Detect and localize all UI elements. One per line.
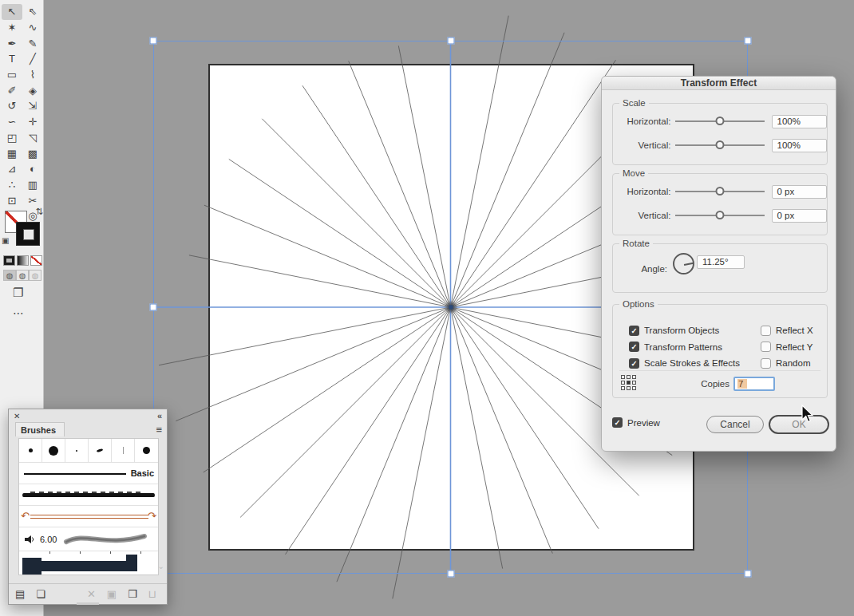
direct-selection-tool[interactable]: ⇖ (22, 4, 43, 20)
gradient-button[interactable] (17, 255, 29, 266)
selection-handle[interactable] (150, 38, 157, 45)
copies-input[interactable]: 7 (733, 377, 775, 391)
angle-input[interactable]: 11.25° (697, 255, 745, 269)
eyedropper-tool[interactable]: ⊿ (2, 161, 22, 177)
gradient-tool[interactable]: ▩ (22, 145, 43, 161)
transform-patterns-checkbox[interactable]: ✓ (629, 342, 639, 352)
none-button[interactable] (30, 255, 42, 266)
decorative-arrow-brush-row[interactable]: ↶ ↷ (19, 506, 158, 527)
basic-brush-row[interactable]: Basic (19, 463, 158, 484)
brushes-panel-footer: ▤❏✕▣❒⊔ (9, 583, 167, 604)
panel-menu-icon[interactable]: ≡ (156, 424, 162, 436)
screen-mode-icon[interactable]: ❐ (13, 286, 23, 300)
pen-tool[interactable]: ✒ (2, 35, 22, 51)
preview-checkbox[interactable]: ✓ (612, 417, 623, 428)
brush-libraries-icon[interactable]: ▤ (15, 588, 25, 600)
transform-patterns-control[interactable]: ✓Transform Patterns (629, 339, 740, 356)
selection-tool[interactable]: ↖ (2, 4, 22, 20)
slider-knob[interactable] (715, 116, 724, 125)
transform-objects-control[interactable]: ✓Transform Objects (629, 322, 740, 339)
paintbrush-tool[interactable]: ⌇ (22, 67, 43, 83)
draw-normal-mode-icon[interactable]: ◍ (3, 270, 16, 281)
cancel-button[interactable]: Cancel (706, 416, 764, 433)
selection-handle[interactable] (745, 571, 752, 578)
swap-fill-stroke-icon[interactable]: ⇄ (34, 207, 45, 215)
transform-objects-checkbox[interactable]: ✓ (629, 326, 639, 336)
slider-knob[interactable] (715, 140, 724, 149)
scale-tool[interactable]: ⇲ (22, 98, 43, 114)
rotate-tool[interactable]: ↺ (2, 98, 22, 114)
selection-handle[interactable] (745, 38, 752, 45)
scale-horizontal-slider[interactable] (675, 116, 764, 127)
calligraphic-brush-6[interactable] (135, 439, 158, 462)
move-horizontal-slider[interactable] (675, 186, 764, 197)
slider-knob[interactable] (715, 187, 724, 195)
draw-behind-mode-icon[interactable]: ◍ (16, 270, 29, 281)
angle-dial[interactable] (673, 253, 694, 274)
default-fill-stroke-icon[interactable]: ▣ (2, 236, 9, 245)
new-brush-icon[interactable]: ❒ (128, 588, 137, 600)
scale-horizontal-input[interactable]: 100% (772, 115, 828, 128)
reflect-x-checkbox[interactable] (761, 326, 771, 336)
magic-wand-tool[interactable]: ✶ (2, 20, 22, 36)
center-anchor-point[interactable] (449, 306, 453, 310)
calligraphic-brush-3[interactable] (65, 439, 89, 462)
move-horizontal-input[interactable]: 0 px (772, 185, 828, 199)
panel-resize-grip[interactable] (77, 602, 99, 605)
move-vertical-slider[interactable] (675, 210, 764, 221)
preview-label: Preview (627, 418, 660, 428)
perspective-grid-tool[interactable]: ◹ (22, 130, 43, 146)
color-button[interactable] (3, 255, 15, 266)
draw-inside-mode-icon[interactable]: ◍ (29, 270, 42, 281)
scale-strokes-effects-control[interactable]: ✓Scale Strokes & Effects (629, 355, 740, 372)
slider-knob[interactable] (715, 211, 724, 219)
edit-toolbar-icon[interactable]: ⋯ (13, 306, 25, 319)
dialog-titlebar[interactable]: Transform Effect (602, 77, 836, 90)
calligraphic-brush-2[interactable] (42, 439, 65, 462)
random-control[interactable]: Random (761, 355, 813, 372)
scale-vertical-slider[interactable] (675, 140, 764, 151)
rectangle-tool[interactable]: ▭ (2, 67, 22, 83)
stroke-swatch-black[interactable] (16, 222, 40, 246)
options-divider (619, 370, 820, 371)
scale-vertical-input[interactable]: 100% (772, 139, 828, 152)
charcoal-brush-row[interactable] (19, 484, 158, 506)
selection-handle[interactable] (447, 571, 454, 578)
curvature-tool[interactable]: ✎ (22, 35, 43, 51)
eraser-tool[interactable]: ◈ (22, 82, 43, 98)
scale-strokes-effects-checkbox[interactable]: ✓ (629, 358, 639, 369)
ok-button[interactable]: OK (769, 415, 829, 434)
preview-control[interactable]: ✓ Preview (612, 417, 660, 428)
puppet-warp-tool[interactable]: ✛ (22, 114, 43, 130)
width-brush-row[interactable]: 6.00 (19, 527, 158, 551)
random-checkbox[interactable] (761, 358, 771, 369)
libraries-panel-icon[interactable]: ❏ (36, 588, 45, 600)
collapse-panel-icon[interactable]: « (157, 411, 162, 421)
selection-handle[interactable] (150, 304, 157, 311)
selection-handle[interactable] (447, 38, 454, 45)
close-panel-icon[interactable]: ✕ (14, 412, 20, 421)
reflect-y-control[interactable]: Reflect Y (761, 339, 813, 356)
shape-builder-tool[interactable]: ◰ (2, 130, 22, 146)
pattern-brush-row[interactable] (19, 551, 158, 575)
calligraphic-brush-1[interactable] (19, 439, 42, 462)
calligraphic-brushes-row[interactable] (19, 439, 158, 463)
line-segment-tool[interactable]: ╱ (22, 51, 43, 67)
artboard-tool[interactable]: ⊡ (2, 192, 22, 208)
column-graph-tool[interactable]: ▥ (22, 177, 43, 193)
move-vertical-input[interactable]: 0 px (772, 209, 828, 223)
reflect-y-label: Reflect Y (776, 342, 812, 352)
reflect-y-checkbox[interactable] (761, 342, 771, 352)
blend-tool[interactable]: ◐ (22, 161, 43, 177)
calligraphic-brush-5[interactable] (112, 439, 135, 462)
mesh-tool[interactable]: ▦ (2, 145, 22, 161)
lasso-tool[interactable]: ∿ (22, 20, 43, 36)
tab-brushes[interactable]: Brushes (15, 422, 65, 436)
calligraphic-brush-4[interactable] (89, 439, 112, 462)
type-tool[interactable]: T (2, 51, 22, 67)
symbol-sprayer-tool[interactable]: ∴ (2, 177, 22, 193)
width-tool[interactable]: ∽ (2, 114, 22, 130)
slice-tool[interactable]: ✂ (22, 192, 43, 208)
reflect-x-control[interactable]: Reflect X (761, 322, 813, 339)
shaper-tool[interactable]: ✐ (2, 82, 22, 98)
